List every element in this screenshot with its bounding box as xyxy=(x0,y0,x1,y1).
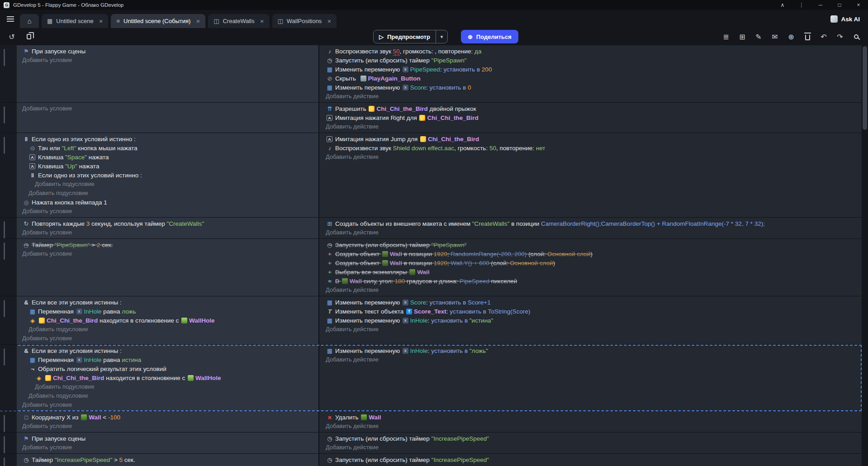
add-subcondition-link[interactable]: Добавить подусловие xyxy=(20,325,315,334)
history-icon[interactable]: ↺ xyxy=(5,31,18,43)
event-drag-handle[interactable] xyxy=(4,457,5,466)
add-subcondition-link[interactable]: Добавить подусловие xyxy=(20,189,315,198)
action-line[interactable]: ▦Изменить переменную xInHole: установить… xyxy=(324,316,857,325)
condition-line[interactable]: AКлавиша "Up" нажата xyxy=(20,162,315,171)
add-event-icon[interactable]: ≣ xyxy=(720,31,732,43)
event-drag-handle[interactable] xyxy=(4,243,5,260)
add-condition-link[interactable]: Добавить условие xyxy=(20,207,315,216)
action-line[interactable]: ▦Изменить переменную xScore: установить … xyxy=(324,298,857,307)
action-line[interactable]: ♪Воспроизвести звук Shield down effect.a… xyxy=(324,143,857,152)
condition-line[interactable]: ◷Таймер "PipeSpawn" > 2 сек. xyxy=(20,240,315,249)
tab-close-icon[interactable]: × xyxy=(99,17,103,25)
add-subcondition-link[interactable]: Добавить подусловие xyxy=(20,382,315,391)
event-drag-handle[interactable] xyxy=(4,348,5,366)
add-condition-link[interactable]: Добавить условие xyxy=(20,104,315,113)
tab-close-icon[interactable]: × xyxy=(327,17,331,25)
add-action-link[interactable]: Добавить действие xyxy=(324,285,857,295)
add-condition-link[interactable]: Добавить условие xyxy=(20,464,315,466)
action-line[interactable]: ▦Изменить переменную xInHole: установить… xyxy=(324,346,857,355)
event-row[interactable]: ◷Таймер "IncreasePipeSpeed" > 5 сек.Доба… xyxy=(0,454,862,466)
share-button[interactable]: ⊕ Поделиться xyxy=(461,30,518,43)
condition-line[interactable]: ◈Chi_Chi_the_Bird находится в столкновен… xyxy=(20,316,315,325)
event-row[interactable]: Добавить условие⇈Разрешить Chi_Chi_the_B… xyxy=(0,103,862,133)
search-icon[interactable] xyxy=(850,31,863,43)
condition-line[interactable]: ◎Нажата кнопка геймпада 1 xyxy=(20,198,315,207)
condition-line[interactable]: &Если все эти условия истинны : xyxy=(20,346,315,355)
preview-button-main[interactable]: ▷ Предпросмотр xyxy=(374,33,436,40)
event-drag-handle[interactable] xyxy=(4,300,5,317)
action-line[interactable]: ◷Запустить (или сбросить) таймер "PipeSp… xyxy=(324,240,857,249)
condition-line[interactable]: ‖Если одно из этих условий истинно : xyxy=(20,134,315,143)
condition-line[interactable]: ◷Таймер "IncreasePipeSpeed" > 5 сек. xyxy=(20,455,315,464)
add-action-link[interactable]: Добавить действие xyxy=(324,355,857,364)
event-row[interactable]: &Если все эти условия истинны :▦Переменн… xyxy=(0,345,862,411)
action-line[interactable]: ×Удалить Wall xyxy=(324,413,857,422)
tab[interactable]: ≡Untitled scene (События)× xyxy=(111,14,205,28)
add-action-link[interactable]: Добавить действие xyxy=(324,325,857,334)
close-icon[interactable]: × xyxy=(849,0,868,10)
event-row[interactable]: ↻Повторять каждые 3 секунд, используя та… xyxy=(0,218,862,239)
chevron-up-icon[interactable]: ∧ xyxy=(773,0,792,10)
condition-line[interactable]: □Координату X из Wall < -100 xyxy=(20,413,315,422)
add-condition-link[interactable]: Добавить условие xyxy=(20,422,315,431)
event-drag-handle[interactable] xyxy=(4,221,5,238)
add-condition-link[interactable]: Добавить условие xyxy=(20,443,315,452)
action-line[interactable]: ◷Запустить (или сбросить) таймер "Increa… xyxy=(324,434,857,443)
condition-line[interactable]: AКлавиша "Space" нажата xyxy=(20,152,315,162)
action-line[interactable]: ◷Запустить (или сбросить) таймер "PipeSp… xyxy=(324,56,857,65)
event-drag-handle[interactable] xyxy=(4,106,5,124)
add-subcondition-link[interactable]: Добавить подусловие xyxy=(20,180,315,189)
event-drag-handle[interactable] xyxy=(4,137,5,154)
add-circle-icon[interactable]: ⊕ xyxy=(785,31,797,43)
kebab-menu-icon[interactable]: ⋮ xyxy=(792,0,811,10)
add-condition-link[interactable]: Добавить условие xyxy=(20,249,315,258)
condition-line[interactable]: &Если все эти условия истинны : xyxy=(20,298,315,307)
action-line[interactable]: ♪Воспроизвести звук 50, громкость: , пов… xyxy=(324,47,857,56)
event-row[interactable]: &Если все эти условия истинны :▦Переменн… xyxy=(0,296,862,345)
condition-line[interactable]: ⊙Тач или "Left" кнопка мыши нажата xyxy=(20,143,315,152)
comment-bubble-icon[interactable]: ✉ xyxy=(768,31,781,43)
minimize-icon[interactable]: ─ xyxy=(811,0,830,10)
event-row[interactable]: ‖Если одно из этих условий истинно :⊙Тач… xyxy=(0,133,862,218)
tab[interactable]: ◫WallPositions× xyxy=(272,14,337,28)
event-row[interactable]: □Координату X из Wall < -100Добавить усл… xyxy=(0,411,862,433)
add-subcondition-link[interactable]: Добавить подусловие xyxy=(20,391,315,400)
event-drag-handle[interactable] xyxy=(4,415,5,432)
preview-dropdown-button[interactable]: ▾ xyxy=(436,30,447,43)
condition-line[interactable]: ‖Если одно из этих условий истинно : xyxy=(20,171,315,180)
action-line[interactable]: +Создать объект Wall в позиции 1920; Ran… xyxy=(324,249,857,258)
add-action-link[interactable]: Добавить действие xyxy=(324,92,857,101)
action-line[interactable]: +Создать объект Wall в позиции 1920; Wal… xyxy=(324,258,857,267)
trash-icon[interactable] xyxy=(801,31,814,43)
action-line[interactable]: +Выбрать все экземпляры Wall xyxy=(324,267,857,276)
event-drag-handle[interactable] xyxy=(4,436,5,453)
condition-line[interactable]: ⚑При запуске сцены xyxy=(20,434,315,443)
add-subevent-icon[interactable]: ⊞ xyxy=(736,31,749,43)
add-comment-icon[interactable]: ✎ xyxy=(752,31,765,43)
main-menu-button[interactable] xyxy=(4,12,17,26)
home-tab[interactable]: ⌂ xyxy=(20,14,39,28)
vertical-scrollbar[interactable] xyxy=(862,45,868,466)
action-line[interactable]: ⊞Создать объекты из внешнего макета с им… xyxy=(324,219,857,228)
undo-icon[interactable]: ↶ xyxy=(817,31,830,43)
condition-line[interactable]: ↻Повторять каждые 3 секунд, используя та… xyxy=(20,219,315,228)
action-line[interactable]: TИзменить текст объекта Score_Text: уста… xyxy=(324,307,857,316)
add-action-link[interactable]: Добавить действие xyxy=(324,443,857,452)
tab-close-icon[interactable]: × xyxy=(260,17,264,25)
condition-line[interactable]: ¬Обратить логический результат этих усло… xyxy=(20,364,315,373)
tab[interactable]: ◫CreateWalls× xyxy=(208,14,269,28)
action-line[interactable]: ▦Изменить переменную xScore: установить … xyxy=(324,83,857,92)
action-line[interactable]: ⊘Скрыть PlayAgain_Button xyxy=(324,74,857,83)
copy-icon[interactable] xyxy=(23,31,35,43)
action-line[interactable]: ≈В Wall силу, угол: 180 градусов и длина… xyxy=(324,276,857,285)
preview-button[interactable]: ▷ Предпросмотр ▾ xyxy=(373,30,448,43)
ask-ai-button[interactable]: Ask AI xyxy=(830,15,860,23)
add-action-link[interactable]: Добавить действие xyxy=(324,464,857,466)
action-line[interactable]: ▦Изменить переменную xPipeSpeed: установ… xyxy=(324,65,857,74)
add-action-link[interactable]: Добавить действие xyxy=(324,152,857,162)
add-condition-link[interactable]: Добавить условие xyxy=(20,400,315,409)
add-condition-link[interactable]: Добавить условие xyxy=(20,228,315,237)
add-action-link[interactable]: Добавить действие xyxy=(324,122,857,131)
redo-icon[interactable]: ↷ xyxy=(834,31,846,43)
add-action-link[interactable]: Добавить действие xyxy=(324,228,857,237)
